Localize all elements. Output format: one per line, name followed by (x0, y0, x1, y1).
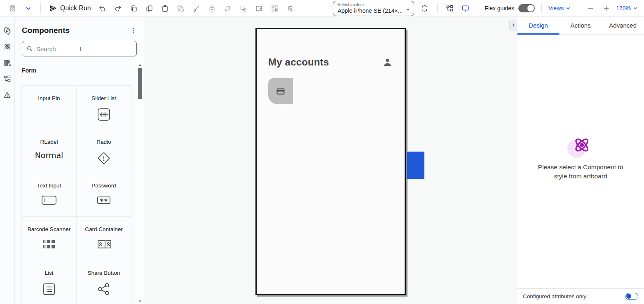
artboard-blue-box[interactable] (407, 152, 424, 179)
account-card[interactable] (268, 78, 293, 104)
redo-icon[interactable] (112, 2, 124, 14)
component-cell-input-pin[interactable]: Input Pin (21, 85, 77, 129)
right-panel: Design Actions Advanced Please select a … (517, 17, 644, 304)
toolbar-divider (437, 3, 438, 13)
active-tab-indicator (517, 33, 560, 35)
views-dropdown[interactable]: Views (548, 5, 571, 12)
lock-icon[interactable] (206, 2, 218, 14)
empty-state: Please select a Component to style from … (517, 136, 644, 181)
share-icon (96, 282, 111, 297)
component-cell-card-container[interactable]: Card Container (76, 216, 131, 260)
toggle-knob (527, 5, 534, 12)
artboard-phone[interactable]: My accounts (255, 28, 406, 295)
radio-icon (96, 151, 111, 166)
search-icon (26, 45, 33, 52)
flex-guides-label: Flex guides (485, 5, 515, 12)
component-label: RLabel (40, 139, 58, 145)
components-panel-title: Components (22, 26, 70, 35)
component-cell-password[interactable]: Password (76, 173, 131, 217)
warnings-icon[interactable] (3, 90, 12, 99)
panel-scrollbar[interactable]: ▲ ▼ (138, 63, 143, 304)
canvas[interactable]: My accounts (144, 17, 517, 304)
rlabel-preview: Normal (35, 151, 63, 160)
component-label: Slider List (91, 95, 116, 101)
chevron-right-icon (511, 23, 516, 28)
duplicate-icon[interactable] (144, 2, 155, 14)
components-search[interactable]: I (22, 41, 137, 56)
copy-icon[interactable] (128, 2, 140, 14)
component-cell-slider-list[interactable]: Slider List (76, 85, 131, 129)
theme-swatch-icon[interactable] (175, 2, 187, 14)
component-cell-radio[interactable]: Radio (76, 129, 131, 173)
toggle-knob (626, 294, 631, 299)
toolbar-divider (541, 3, 542, 13)
chevron-down-icon (565, 5, 571, 11)
chevron-down-icon (405, 7, 411, 12)
tab-actions[interactable]: Actions (560, 17, 602, 34)
list-icon (42, 282, 56, 297)
bring-forward-icon[interactable] (222, 2, 234, 14)
component-cell-share-button[interactable]: Share Button (76, 260, 131, 304)
atom-icon (572, 136, 591, 154)
configured-attributes-toggle[interactable] (625, 293, 638, 300)
components-panel: Components I Form Input Pin Slider List … (15, 17, 144, 304)
zoom-in-icon[interactable] (600, 2, 612, 14)
search-input[interactable] (36, 45, 142, 52)
password-icon (96, 194, 112, 206)
layout-grid-icon[interactable] (269, 2, 281, 14)
credit-card-icon (276, 87, 286, 96)
component-label: List (44, 270, 53, 276)
zoom-level-dropdown[interactable]: 170% (616, 5, 638, 12)
scroll-up-icon[interactable]: ▲ (138, 63, 143, 67)
flex-guides-toggle[interactable] (518, 4, 535, 12)
right-panel-footer: Configured attributes only (517, 288, 644, 304)
trash-icon[interactable] (285, 2, 296, 14)
send-backward-icon[interactable] (238, 2, 249, 14)
save-icon[interactable] (7, 2, 18, 14)
components-atom-icon[interactable] (3, 42, 12, 51)
component-label: Radio (96, 139, 111, 145)
component-label: Input Pin (38, 95, 60, 101)
device-select-label: Select an item (338, 2, 410, 7)
top-toolbar: Quick Run (0, 0, 644, 17)
brush-icon[interactable] (191, 2, 202, 14)
empty-state-message: Please select a Component to style from … (537, 163, 624, 181)
scroll-down-icon[interactable]: ▼ (138, 299, 143, 303)
configured-attributes-label: Configured attributes only (523, 293, 586, 299)
undo-icon[interactable] (97, 2, 108, 14)
refresh-icon[interactable] (419, 2, 431, 14)
tab-advanced[interactable]: Advanced (602, 17, 644, 34)
artboard-title: My accounts (268, 56, 329, 68)
barcode-icon (41, 238, 57, 250)
tab-design[interactable]: Design (517, 17, 560, 34)
device-select-value: Apple iPhone SE (214×... (338, 7, 407, 14)
zoom-out-icon[interactable] (585, 2, 596, 14)
toolbar-divider (478, 3, 478, 13)
component-label: Text Input (37, 182, 61, 189)
quick-run-button[interactable]: Quick Run (49, 4, 91, 12)
component-label: Share Button (88, 270, 120, 276)
component-cell-barcode-scanner[interactable]: Barcode Scanner (21, 216, 77, 260)
person-icon[interactable] (382, 57, 393, 68)
panel-menu-kebab-icon[interactable] (130, 26, 136, 35)
hierarchy-icon[interactable] (3, 74, 12, 83)
library-icon[interactable] (3, 58, 12, 67)
component-cell-rlabel[interactable]: RLabel Normal (21, 129, 77, 173)
screen-view-icon[interactable] (460, 2, 471, 14)
device-select[interactable]: Select an item Apple iPhone SE (214×... (333, 1, 414, 16)
component-cell-list[interactable]: List (21, 260, 77, 304)
paste-icon[interactable] (159, 2, 171, 14)
scrollbar-thumb[interactable] (138, 68, 142, 99)
component-label: Barcode Scanner (28, 226, 70, 232)
tree-view-icon[interactable] (444, 2, 456, 14)
panel-expand-button[interactable] (509, 20, 517, 30)
settings-icon[interactable] (3, 26, 12, 35)
add-frame-icon[interactable] (253, 2, 265, 14)
views-label: Views (548, 5, 564, 12)
component-cell-text-input[interactable]: Text Input (21, 173, 77, 217)
section-label-form: Form (22, 67, 144, 74)
component-label: Password (91, 182, 116, 189)
save-options-chevron-icon[interactable] (22, 2, 34, 14)
run-icon (49, 4, 57, 12)
components-grid: Input Pin Slider List RLabel Normal Radi… (22, 86, 131, 304)
